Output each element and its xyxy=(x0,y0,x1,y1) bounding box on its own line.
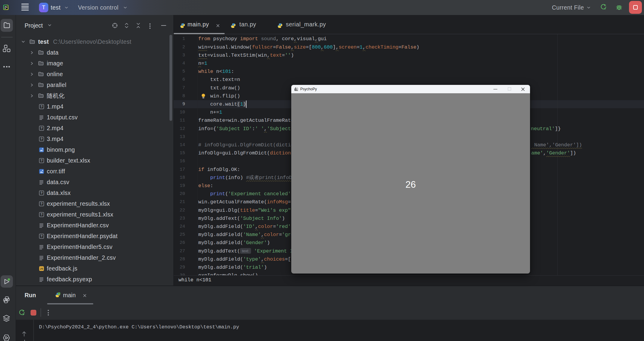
svg-text:?: ? xyxy=(40,191,43,195)
svg-text:?: ? xyxy=(40,159,43,162)
svg-text:?: ? xyxy=(40,213,43,216)
svg-text:JS: JS xyxy=(40,267,43,270)
svg-text:?: ? xyxy=(40,234,43,238)
svg-text:?: ? xyxy=(40,105,43,108)
svg-text:?: ? xyxy=(40,202,43,205)
svg-text:?: ? xyxy=(40,126,43,130)
svg-text:?: ? xyxy=(40,137,43,141)
